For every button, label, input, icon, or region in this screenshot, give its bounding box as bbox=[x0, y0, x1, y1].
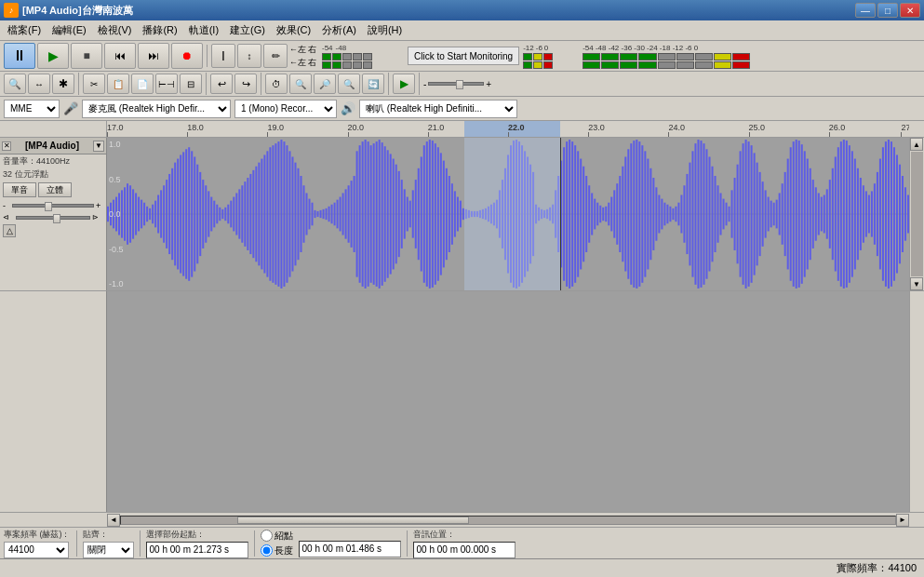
timeline-inner: 17.0 18.0 19.0 20.0 21.0 22.0 bbox=[107, 121, 909, 137]
svg-rect-10 bbox=[132, 189, 134, 238]
zoom-prev-btn[interactable]: 🔄 bbox=[362, 74, 384, 94]
left-label: ←左 bbox=[289, 44, 306, 56]
collapse-button[interactable]: △ bbox=[3, 224, 16, 237]
svg-rect-56 bbox=[261, 159, 262, 270]
vu-seg-5 bbox=[363, 53, 372, 60]
volume-slider[interactable] bbox=[428, 82, 484, 86]
envelope-tool[interactable]: ↕ bbox=[237, 44, 261, 68]
menu-help[interactable]: 說明(H) bbox=[362, 21, 408, 40]
pan-thumb[interactable] bbox=[53, 214, 60, 223]
h-scroll-thumb[interactable] bbox=[237, 517, 470, 524]
multi-tool[interactable]: ✱ bbox=[52, 74, 74, 94]
svg-rect-40 bbox=[216, 205, 218, 224]
audio-pos-value[interactable]: 00 h 00 m 00.000 s bbox=[413, 542, 516, 558]
svg-rect-25 bbox=[174, 163, 176, 266]
channel-select[interactable]: 1 (Mono) Recor... bbox=[234, 100, 337, 118]
play-button[interactable]: ▶ bbox=[37, 43, 69, 69]
maximize-button[interactable]: □ bbox=[877, 3, 898, 18]
zoom-out-tool[interactable]: ↔ bbox=[28, 74, 50, 94]
zoom-fit-btn[interactable]: 🔎 bbox=[314, 74, 336, 94]
svg-rect-239 bbox=[773, 203, 775, 226]
vu-num-54: -54 bbox=[322, 44, 333, 52]
copy-btn[interactable]: 📋 bbox=[107, 74, 129, 94]
svg-rect-165 bbox=[566, 141, 568, 287]
project-rate-select[interactable]: 44100 bbox=[4, 542, 69, 558]
svg-rect-42 bbox=[221, 209, 223, 219]
menu-record[interactable]: 播錄(R) bbox=[137, 21, 182, 40]
svg-rect-173 bbox=[588, 185, 590, 243]
svg-rect-90 bbox=[356, 151, 358, 276]
svg-rect-196 bbox=[652, 178, 654, 250]
record-button[interactable]: ⏺ bbox=[171, 43, 203, 69]
stop-button[interactable]: ■ bbox=[71, 43, 102, 69]
h-scroll-track[interactable] bbox=[120, 516, 896, 525]
svg-rect-229 bbox=[745, 140, 747, 288]
h-scroll-left-btn[interactable]: ◄ bbox=[107, 514, 120, 527]
silence-btn[interactable]: ⊟ bbox=[180, 74, 202, 94]
svg-rect-92 bbox=[362, 141, 364, 287]
undo-btn[interactable]: ↩ bbox=[210, 74, 233, 94]
svg-rect-7 bbox=[124, 187, 126, 240]
svg-rect-5 bbox=[118, 193, 120, 235]
toolbar-2: 🔍 ↔ ✱ ✂ 📋 📄 ⊢⊣ ⊟ ↩ ↪ ⏱ 🔍 🔎 🔍 🔄 ▶ - + bbox=[0, 72, 924, 97]
zoom-sel-btn[interactable]: 🔍 bbox=[289, 74, 312, 94]
svg-rect-216 bbox=[709, 157, 711, 272]
pan-slider[interactable] bbox=[16, 216, 90, 220]
waveform-area[interactable]: 1.0 0.5 0.0 -0.5 -1.0 bbox=[107, 138, 909, 290]
gain-thumb[interactable] bbox=[45, 202, 52, 211]
stereo-button[interactable]: 立體 bbox=[38, 182, 72, 197]
sep-2 bbox=[78, 73, 79, 95]
track-close-btn[interactable]: ✕ bbox=[2, 141, 11, 151]
menu-effect[interactable]: 效果(C) bbox=[271, 21, 316, 40]
vu-seg-3 bbox=[342, 53, 352, 60]
svg-rect-225 bbox=[734, 178, 736, 250]
pause-button[interactable]: ⏸ bbox=[4, 43, 35, 69]
paste-btn[interactable]: 📄 bbox=[131, 74, 154, 94]
ruler-mark-18: 18.0 bbox=[187, 123, 204, 137]
sel-len-value[interactable]: 00 h 00 m 01.486 s bbox=[299, 541, 401, 557]
svg-rect-206 bbox=[680, 195, 682, 234]
cut-btn[interactable]: ✂ bbox=[83, 74, 105, 94]
minimize-button[interactable]: — bbox=[855, 3, 876, 18]
skip-fwd-button[interactable]: ⏭ bbox=[138, 43, 169, 69]
sync-btn[interactable]: ⏱ bbox=[265, 74, 288, 94]
zoom-out2-btn[interactable]: 🔍 bbox=[338, 74, 360, 94]
play-btn2[interactable]: ▶ bbox=[393, 74, 415, 94]
radio-end-label[interactable]: 紹點 bbox=[261, 530, 293, 543]
v-scroll-down-btn[interactable]: ▼ bbox=[910, 277, 923, 290]
menu-track[interactable]: 軌道(I) bbox=[183, 21, 224, 40]
svg-rect-274 bbox=[871, 191, 873, 236]
input-device-select[interactable]: 麥克風 (Realtek High Defir... bbox=[82, 100, 231, 118]
snap-select[interactable]: 關閉 bbox=[83, 542, 134, 558]
skip-back-button[interactable]: ⏮ bbox=[104, 43, 136, 69]
menu-view[interactable]: 檢視(V) bbox=[92, 21, 138, 40]
menu-file[interactable]: 檔案(F) bbox=[2, 21, 47, 40]
menu-analyze[interactable]: 分析(A) bbox=[316, 21, 362, 40]
radio-len-label[interactable]: 長度 bbox=[261, 544, 293, 557]
svg-rect-54 bbox=[255, 167, 257, 262]
mono-button[interactable]: 單音 bbox=[3, 182, 36, 197]
output-device-select[interactable]: 喇叭 (Realtek High Definiti... bbox=[359, 100, 517, 118]
radio-end[interactable] bbox=[261, 530, 273, 542]
track-menu-btn[interactable]: ▼ bbox=[93, 141, 104, 152]
monitor-button[interactable]: Click to Start Monitoring bbox=[408, 47, 519, 65]
trim-btn[interactable]: ⊢⊣ bbox=[155, 74, 178, 94]
host-select[interactable]: MME bbox=[4, 100, 60, 118]
svg-rect-276 bbox=[877, 172, 878, 256]
svg-rect-287 bbox=[907, 195, 909, 234]
h-scroll-right-btn[interactable]: ► bbox=[896, 514, 909, 527]
cursor-tool[interactable]: I bbox=[211, 44, 235, 68]
zoom-in-tool[interactable]: 🔍 bbox=[4, 74, 26, 94]
menu-generate[interactable]: 建立(G) bbox=[224, 21, 271, 40]
draw-tool[interactable]: ✏ bbox=[263, 44, 288, 68]
v-scroll-up-btn[interactable]: ▲ bbox=[910, 138, 923, 151]
close-button[interactable]: ✕ bbox=[900, 3, 920, 18]
v-scroll-track[interactable] bbox=[911, 152, 923, 276]
sel-start-value[interactable]: 00 h 00 m 21.273 s bbox=[146, 542, 248, 558]
menu-edit[interactable]: 編輯(E) bbox=[47, 21, 92, 40]
v-scrollbar[interactable]: ▲ ▼ bbox=[909, 138, 924, 290]
gain-slider[interactable] bbox=[12, 204, 94, 208]
svg-rect-255 bbox=[818, 193, 820, 235]
radio-len[interactable] bbox=[261, 544, 273, 557]
redo-btn[interactable]: ↪ bbox=[234, 74, 257, 94]
